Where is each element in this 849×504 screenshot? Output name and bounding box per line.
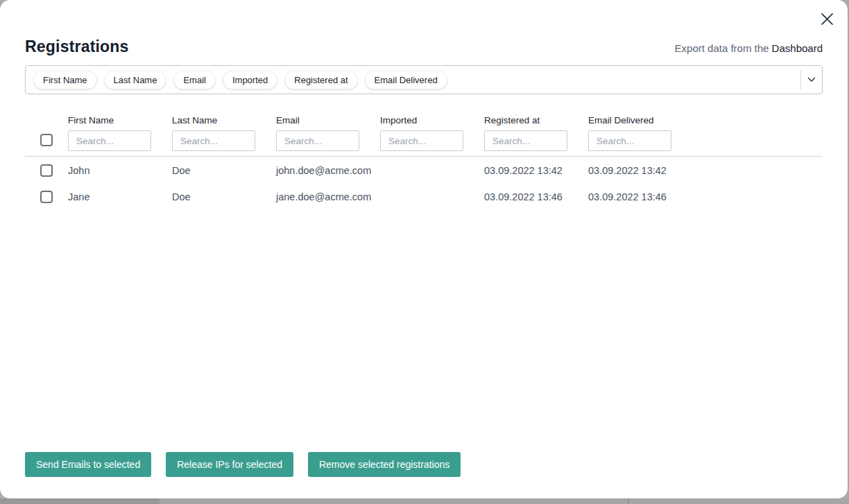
modal-header: Registrations Export data from the Dashb… xyxy=(25,0,823,56)
column-label: Last Name xyxy=(172,115,276,125)
column-label: First Name xyxy=(68,115,172,125)
table-row: John Doe john.doe@acme.com 03.09.2022 13… xyxy=(25,159,823,186)
search-input-email-delivered[interactable] xyxy=(588,130,671,151)
column-label: Email xyxy=(276,115,380,125)
cell-email-delivered: 03.09.2022 13:42 xyxy=(588,165,823,176)
filter-chip-email-delivered[interactable]: Email Delivered xyxy=(365,71,447,89)
table-row: Jane Doe jane.doe@acme.com 03.09.2022 13… xyxy=(25,186,823,212)
page-title: Registrations xyxy=(25,37,129,56)
row-checkbox[interactable] xyxy=(40,164,53,177)
chevron-down-icon[interactable] xyxy=(801,66,822,94)
column-imported: Imported xyxy=(380,115,484,151)
select-all-checkbox[interactable] xyxy=(40,134,53,146)
column-label: Registered at xyxy=(484,115,588,125)
release-ips-button[interactable]: Release IPs for selected xyxy=(166,452,293,477)
search-input-first-name[interactable] xyxy=(68,130,151,151)
search-input-last-name[interactable] xyxy=(172,130,255,151)
filter-chip-email[interactable]: Email xyxy=(173,71,216,89)
cell-email-delivered: 03.09.2022 13:46 xyxy=(588,191,823,202)
search-input-registered-at[interactable] xyxy=(484,130,567,151)
page-backdrop xyxy=(0,498,849,504)
export-note-text: Export data from the xyxy=(675,42,769,54)
filter-chips: First Name Last Name Email Imported Regi… xyxy=(33,71,800,89)
column-first-name: First Name xyxy=(68,115,172,151)
column-last-name: Last Name xyxy=(172,115,276,151)
table-header-row: First Name Last Name Email Imported Regi… xyxy=(25,94,823,157)
search-input-imported[interactable] xyxy=(380,130,463,151)
column-label: Email Delivered xyxy=(588,115,823,125)
select-all-cell xyxy=(25,134,68,151)
filter-chip-registered-at[interactable]: Registered at xyxy=(284,71,357,89)
column-label: Imported xyxy=(380,115,484,125)
backdrop-segment xyxy=(0,498,160,504)
cell-first-name: John xyxy=(68,165,172,176)
column-email: Email xyxy=(276,115,380,151)
column-registered-at: Registered at xyxy=(484,115,588,151)
close-icon[interactable] xyxy=(818,10,836,28)
action-bar: Send Emails to selected Release IPs for … xyxy=(25,452,461,477)
table-body: John Doe john.doe@acme.com 03.09.2022 13… xyxy=(25,157,823,212)
cell-last-name: Doe xyxy=(172,165,276,176)
send-emails-button[interactable]: Send Emails to selected xyxy=(25,452,151,477)
cell-first-name: Jane xyxy=(68,191,172,202)
remove-registrations-button[interactable]: Remove selected registrations xyxy=(308,452,461,477)
cell-last-name: Doe xyxy=(172,191,276,202)
cell-registered-at: 03.09.2022 13:42 xyxy=(484,165,588,176)
export-note: Export data from the Dashboard xyxy=(675,42,823,56)
cell-registered-at: 03.09.2022 13:46 xyxy=(484,191,588,202)
filter-bar: First Name Last Name Email Imported Regi… xyxy=(25,65,823,94)
row-select-cell xyxy=(25,191,68,203)
search-input-email[interactable] xyxy=(276,130,359,151)
row-checkbox[interactable] xyxy=(40,191,53,203)
backdrop-divider xyxy=(628,498,629,504)
cell-email: john.doe@acme.com xyxy=(276,165,380,176)
filter-chip-last-name[interactable]: Last Name xyxy=(104,71,167,89)
registrations-modal: Registrations Export data from the Dashb… xyxy=(0,0,848,498)
dashboard-link[interactable]: Dashboard xyxy=(772,42,823,54)
filter-chip-imported[interactable]: Imported xyxy=(223,71,277,89)
cell-email: jane.doe@acme.com xyxy=(276,191,380,202)
registrations-table: First Name Last Name Email Imported Regi… xyxy=(25,94,823,212)
filter-chip-first-name[interactable]: First Name xyxy=(33,71,97,89)
row-select-cell xyxy=(25,164,68,177)
modal-content: Registrations Export data from the Dashb… xyxy=(0,0,848,498)
column-email-delivered: Email Delivered xyxy=(588,115,823,151)
